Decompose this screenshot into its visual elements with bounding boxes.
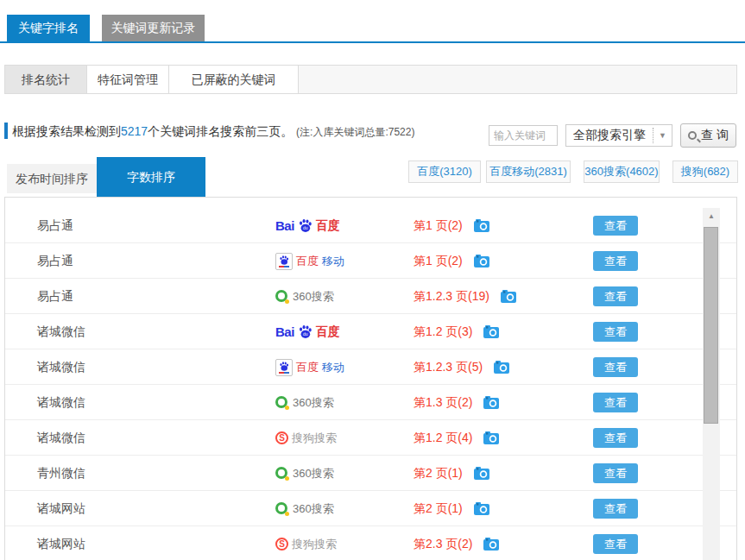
table-row: 诸城微信 百度移动 第1.2.3 页(5) (5, 349, 736, 385)
svg-text:du: du (303, 332, 308, 337)
page-rank-wrap: 第1.2 页(4) (414, 420, 500, 456)
camera-icon[interactable] (474, 502, 490, 515)
tab-sort-by-word-count[interactable]: 字数排序 (97, 157, 205, 197)
page-rank-text: 第1.2.3 页(19) (414, 289, 489, 305)
keyword-text: 诸城微信 (37, 385, 85, 420)
baidu-paw-icon: du (298, 324, 313, 339)
baidu-logo-text-red: 百度 (316, 218, 340, 234)
tab-ranking-stats[interactable]: 排名统计 (5, 66, 87, 93)
engine-slot: S 搜狗搜索 (275, 420, 337, 456)
camera-icon[interactable] (474, 219, 490, 232)
search-input[interactable] (489, 125, 558, 146)
sogou-s-icon: S (275, 538, 288, 551)
page-rank-wrap: 第1.2.3 页(19) (414, 279, 517, 314)
view-button[interactable]: 查看 (593, 286, 638, 306)
engine-slot: Bai du 百度 (275, 314, 340, 349)
table-row: 诸城微信 360搜索 第1.3 页(2) 查看 (5, 385, 736, 420)
engine-slot: 360搜索 (275, 279, 334, 314)
scrollbar[interactable]: ▲ (703, 208, 720, 560)
sogou-logo: S 搜狗搜索 (275, 537, 337, 552)
baidu-mobile-text-blue: 移动 (322, 254, 344, 269)
camera-icon[interactable] (474, 255, 490, 267)
so360-logo: 360搜索 (275, 501, 334, 517)
table-row: 诸城微信 Bai du 百度 第1.2 页(3) 查看 (5, 314, 736, 349)
stats-count: 5217 (121, 124, 148, 138)
camera-icon[interactable] (483, 538, 500, 551)
engine-select-dropdown[interactable]: 全部搜索引擎 ▼ (565, 124, 672, 147)
page-rank-text: 第2 页(1) (414, 466, 463, 481)
so360-label: 360搜索 (293, 395, 334, 411)
camera-icon[interactable] (483, 431, 500, 444)
chevron-down-icon: ▼ (653, 128, 672, 143)
engine-slot: 百度移动 (275, 349, 344, 385)
view-button[interactable]: 查看 (593, 393, 638, 412)
page-rank-text: 第1 页(2) (414, 254, 463, 269)
filter-baidu[interactable]: 百度(3120) (408, 160, 481, 183)
view-button[interactable]: 查看 (593, 428, 638, 448)
baidu-paw-icon: du (298, 218, 313, 233)
baidu-logo: Bai du 百度 (275, 218, 340, 234)
keyword-text: 诸城微信 (37, 314, 85, 349)
table-row: 诸城微信 S 搜狗搜索 第1.2 页(4) 查看 (5, 420, 736, 456)
so360-logo: 360搜索 (275, 289, 334, 305)
view-button[interactable]: 查看 (593, 251, 638, 271)
scroll-up-icon[interactable]: ▲ (703, 208, 720, 223)
camera-icon[interactable] (494, 361, 510, 374)
tab-keyword-update-log[interactable]: 关键词更新记录 (102, 15, 205, 41)
stats-accent-bar (4, 123, 8, 139)
keyword-text: 诸城微信 (37, 349, 85, 385)
tab-keyword-ranking[interactable]: 关键字排名 (7, 15, 90, 41)
camera-icon[interactable] (474, 467, 490, 480)
sogou-label: 搜狗搜索 (292, 431, 337, 446)
so360-label: 360搜索 (293, 289, 334, 305)
filter-360-search[interactable]: 360搜索(4602) (584, 160, 660, 183)
tab-blocked-keywords[interactable]: 已屏蔽的关键词 (169, 66, 299, 93)
page-rank-text: 第1.3 页(2) (414, 395, 472, 411)
baidu-mobile-text-red: 百度 (296, 360, 319, 375)
table-row: 易占通 百度移动 第1 页(2) (5, 243, 736, 279)
view-button[interactable]: 查看 (593, 322, 638, 342)
so360-logo: 360搜索 (275, 395, 334, 411)
filter-sogou[interactable]: 搜狗(682) (672, 160, 738, 183)
search-icon (688, 131, 697, 140)
page-rank-text: 第1.2.3 页(5) (414, 360, 483, 375)
query-button-label: 查 询 (701, 128, 729, 143)
view-button[interactable]: 查看 (593, 534, 638, 554)
tab-feature-word-management[interactable]: 特征词管理 (87, 66, 169, 93)
stats-summary: 根据搜索结果检测到5217个关键词排名搜索前三页。 (注:入库关键词总量:752… (12, 124, 414, 140)
baidu-mobile-text-red: 百度 (296, 254, 319, 269)
stats-prefix: 根据搜索结果检测到 (12, 124, 121, 138)
page-rank-text: 第1 页(2) (414, 218, 463, 234)
engine-slot: 360搜索 (275, 385, 334, 420)
page-rank-text: 第2 页(1) (414, 501, 463, 517)
camera-icon[interactable] (483, 325, 500, 338)
camera-icon[interactable] (501, 290, 517, 303)
so360-ring-icon (275, 467, 289, 481)
engine-slot: 360搜索 (275, 456, 334, 491)
so360-label: 360搜索 (293, 501, 334, 517)
scrollbar-thumb[interactable] (704, 227, 718, 424)
so360-ring-icon (275, 290, 289, 304)
page-rank-wrap: 第2.3 页(2) (414, 526, 500, 560)
baidu-mobile-logo: 百度移动 (275, 253, 344, 270)
page-rank-wrap: 第1.3 页(2) (414, 385, 500, 420)
page-rank-wrap: 第2 页(1) (414, 456, 490, 491)
sub-tab-bar: 排名统计 特征词管理 已屏蔽的关键词 (4, 65, 737, 94)
table-row: 青州微信 360搜索 第2 页(1) 查看 (5, 456, 736, 491)
view-button[interactable]: 查看 (593, 499, 638, 519)
view-button[interactable]: 查看 (593, 216, 638, 236)
tab-sort-by-publish-time[interactable]: 发布时间排序 (7, 164, 97, 193)
query-button[interactable]: 查 询 (680, 123, 736, 148)
so360-ring-icon (275, 502, 289, 516)
view-button[interactable]: 查看 (593, 357, 638, 377)
engine-slot: Bai du 百度 (275, 208, 340, 243)
table-row: 诸城网站 360搜索 第2 页(1) 查看 (5, 491, 736, 526)
view-button[interactable]: 查看 (593, 463, 638, 483)
filter-baidu-mobile[interactable]: 百度移动(2831) (486, 160, 571, 183)
engine-slot: S 搜狗搜索 (275, 526, 337, 560)
table-row: 诸城网站 S 搜狗搜索 第2.3 页(2) 查看 (5, 526, 736, 560)
sogou-label: 搜狗搜索 (292, 537, 337, 552)
baidu-logo: Bai du 百度 (275, 324, 340, 340)
page-rank-text: 第1.2 页(4) (414, 431, 472, 446)
camera-icon[interactable] (483, 396, 500, 409)
